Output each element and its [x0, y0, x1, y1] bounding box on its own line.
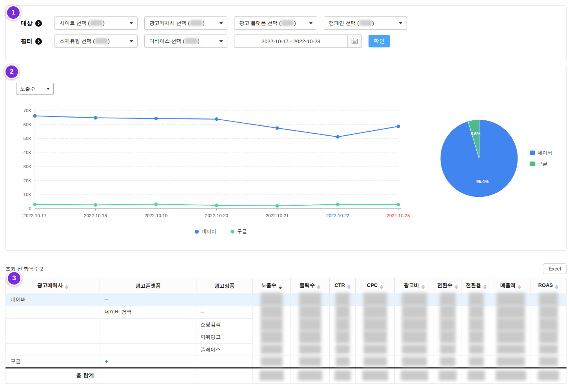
table-header-bar: 조회 된 항목수 2 Excel: [5, 263, 567, 274]
cell-value: [291, 356, 330, 368]
cell-product: −: [196, 306, 253, 318]
cell-value: [395, 331, 434, 343]
sort-icon: [317, 285, 320, 289]
cell-value: [253, 368, 291, 383]
cell-product: [196, 293, 253, 306]
chevron-down-icon: [129, 22, 133, 24]
device-select-dropdown[interactable]: 디바이스 선택 (): [144, 34, 227, 48]
redacted-value: [261, 318, 283, 331]
cell-media: 네이버: [6, 293, 100, 306]
cell-value: [491, 343, 530, 356]
cell-value: [291, 343, 330, 356]
cell-value: [330, 306, 356, 318]
filter-label: 필터: [15, 38, 54, 45]
cell-media: [6, 331, 100, 343]
cell-value: [356, 318, 395, 331]
report-table: 광고매체사광고플랫폼광고상품노출수클릭수CTRCPC광고비전환수전환율매출액RO…: [5, 278, 567, 384]
svg-text:2022-10-22: 2022-10-22: [326, 213, 349, 218]
cell-value: [530, 318, 567, 331]
cell-value: [356, 293, 395, 306]
calendar-button[interactable]: [347, 35, 361, 47]
dropdown-label: 광고 플랫폼 선택 (): [239, 20, 296, 27]
svg-text:60K: 60K: [24, 122, 32, 127]
redacted-value: [336, 293, 350, 306]
cell-value: [291, 368, 330, 383]
site-select-dropdown[interactable]: 사이트 선택 (): [54, 16, 138, 30]
redacted-value: [299, 330, 321, 343]
redacted-text: [190, 20, 203, 26]
column-header[interactable]: 노출수: [253, 278, 291, 293]
column-header[interactable]: 광고비: [395, 278, 434, 293]
platform-select-dropdown[interactable]: 광고 플랫폼 선택 (): [234, 16, 317, 30]
cell-media: [6, 343, 100, 356]
redacted-value: [402, 305, 427, 318]
legend-item[interactable]: 구글: [231, 228, 247, 235]
redacted-value: [539, 330, 558, 343]
date-range-picker[interactable]: 2022-10-17 - 2022-10-23: [234, 34, 362, 48]
redacted-value: [336, 330, 350, 343]
dropdown-label: 캠페인 선택 (): [329, 20, 374, 27]
total-label: 총 합계: [6, 368, 100, 383]
column-header[interactable]: CPC: [356, 278, 395, 293]
column-header[interactable]: ROAS: [530, 278, 567, 293]
redacted-value: [402, 357, 427, 366]
cell-value: [434, 293, 461, 306]
excel-export-button[interactable]: Excel: [543, 263, 567, 274]
cell-value: [330, 318, 356, 331]
cell-value: [461, 368, 491, 383]
target-label-text: 대상: [21, 20, 33, 27]
column-header[interactable]: 클릭수: [291, 278, 330, 293]
legend-item[interactable]: 구글: [530, 161, 552, 167]
redacted-value: [497, 330, 525, 343]
redacted-value: [402, 345, 427, 354]
cell-value: [491, 368, 530, 383]
campaign-select-dropdown[interactable]: 캠페인 선택 (): [324, 16, 407, 30]
redacted-value: [299, 357, 321, 366]
cell-value: [434, 343, 461, 356]
redacted-value: [299, 305, 321, 318]
confirm-button[interactable]: 확인: [369, 35, 390, 47]
svg-text:95.4%: 95.4%: [476, 179, 488, 184]
redacted-value: [469, 345, 484, 354]
legend-item[interactable]: 네이버: [195, 228, 216, 235]
chevron-down-icon: [47, 88, 50, 90]
cell-product: 쇼핑검색: [196, 318, 253, 331]
sort-icon: [65, 285, 68, 289]
redacted-value: [298, 370, 322, 381]
creative-type-select-dropdown[interactable]: 소재유형 선택 (): [54, 34, 138, 48]
redacted-value: [469, 318, 484, 331]
cell-value: [356, 331, 395, 343]
redacted-text: [185, 38, 198, 44]
redacted-value: [469, 330, 484, 343]
cell-value: [434, 331, 461, 343]
sort-icon: [347, 285, 350, 289]
cell-empty: [100, 368, 196, 383]
redacted-value: [362, 370, 388, 381]
column-header[interactable]: 매출액: [491, 278, 530, 293]
table-section: 조회 된 항목수 2 Excel 광고매체사광고플랫폼광고상품노출수클릭수CTR…: [5, 263, 567, 384]
legend-item[interactable]: 네이버: [530, 150, 552, 156]
cell-value: [461, 306, 491, 318]
column-header[interactable]: 전환율: [461, 278, 491, 293]
cell-value: [491, 356, 530, 368]
redacted-value: [440, 345, 456, 354]
pie-chart: 95.4%4.6%: [440, 119, 518, 198]
chevron-down-icon: [219, 22, 223, 24]
svg-text:2022-10-20: 2022-10-20: [205, 213, 228, 218]
table-row: 파워링크: [6, 331, 567, 343]
expand-row-toggle[interactable]: +: [105, 358, 109, 365]
cell-value: [434, 368, 461, 383]
redacted-value: [299, 345, 321, 354]
collapse-row-toggle[interactable]: −: [200, 309, 204, 316]
redacted-value: [363, 305, 387, 318]
media-select-dropdown[interactable]: 광고매체사 선택 (): [144, 16, 227, 30]
column-header[interactable]: 전환수: [434, 278, 461, 293]
collapse-row-toggle[interactable]: −: [105, 296, 109, 303]
redacted-value: [440, 330, 456, 343]
chevron-down-icon: [399, 22, 403, 24]
column-header[interactable]: CTR: [330, 278, 356, 293]
svg-text:2022-10-21: 2022-10-21: [266, 213, 289, 218]
metric-select[interactable]: 노출수: [16, 83, 54, 95]
target-label: 대상: [15, 20, 54, 27]
redacted-value: [439, 370, 457, 381]
